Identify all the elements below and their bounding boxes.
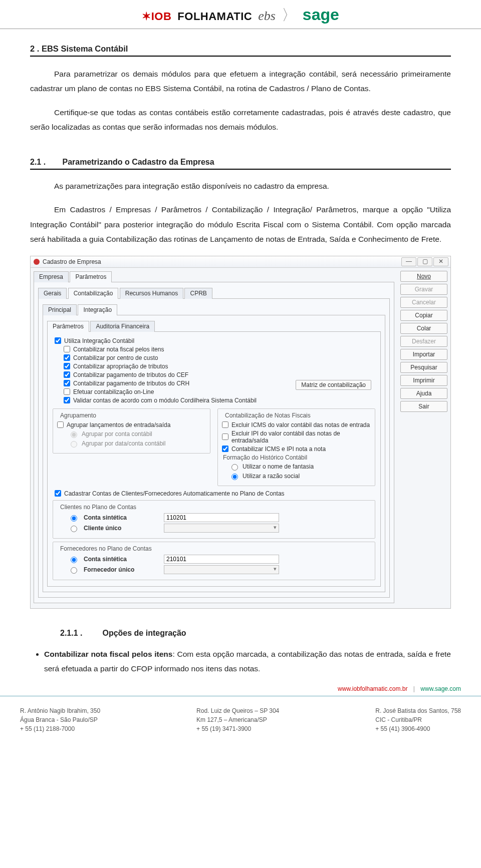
tab-gerais[interactable]: Gerais (38, 288, 67, 299)
tab-parametros-inner[interactable]: Parâmetros (47, 321, 89, 332)
chk-crh-box[interactable] (64, 380, 70, 386)
matriz-button[interactable]: Matriz de contabilização (296, 380, 371, 390)
chk-agrupar-box[interactable] (57, 421, 64, 428)
chk-cef-box[interactable] (64, 371, 70, 378)
input-for-sint[interactable] (164, 555, 279, 564)
rad-razao-box[interactable] (231, 474, 238, 480)
btn-sair[interactable]: Sair (400, 401, 447, 412)
lab-cli-unico: Cliente único (84, 525, 159, 532)
chk-nf-itens-box[interactable] (64, 346, 70, 352)
tab-contabilizacao[interactable]: Contabilização (68, 288, 119, 299)
chk-icms-ipi-nota[interactable]: Contabilizar ICMS e IPI nota a nota (222, 446, 371, 453)
chk-aprop-box[interactable] (64, 363, 70, 369)
chk-online-box[interactable] (64, 388, 70, 395)
dd-cli-unico[interactable] (164, 524, 279, 533)
panel-contabilizacao: Principal Integração Parâmetros Auditori… (38, 299, 390, 598)
btn-copiar[interactable]: Copiar (400, 310, 447, 321)
chk-excl-ipi[interactable]: Excluir IPI do valor contábil das notas … (222, 430, 371, 444)
row-cliente-unico: Cliente único (68, 524, 371, 533)
chk-agrupar-es[interactable]: Agrupar lançamentos de entrada/saída (57, 421, 206, 428)
rad-agrupar-data[interactable]: Agrupar por data/conta contábil (57, 440, 206, 448)
panel-parametros: Gerais Contabilização Recursos Humanos C… (34, 282, 394, 603)
app-window: Cadastro de Empresa — ▢ ✕ Empresa Parâme… (30, 256, 451, 609)
tabs-level-3: Principal Integração (43, 304, 385, 315)
chk-crh-label: Contabilizar pagamento de tributos do CR… (73, 380, 189, 387)
tab-auditoria[interactable]: Auditoria Financeira (90, 321, 155, 332)
rad-for-sint[interactable] (71, 557, 77, 563)
panel-param-inner: Utiliza Integração Contábil Contabilizar… (47, 332, 381, 587)
rad-for-unico[interactable] (71, 567, 77, 574)
dd-for-unico[interactable] (164, 565, 279, 574)
chk-centro-custo[interactable]: Contabilizar por centro de custo (53, 354, 375, 361)
chk-validar[interactable]: Validar contas de acordo com o módulo Co… (53, 397, 375, 404)
footer-links: www.iobfolhamatic.com.br | www.sage.com (338, 685, 461, 692)
btn-ajuda[interactable]: Ajuda (400, 388, 447, 399)
btn-cancelar[interactable]: Cancelar (400, 297, 447, 308)
chk-utiliza-integracao[interactable]: Utiliza Integração Contábil (53, 337, 375, 344)
app-main-panel: Empresa Parâmetros Gerais Contabilização… (31, 268, 397, 608)
rad-fantasia-box[interactable] (231, 464, 238, 471)
btn-colar[interactable]: Colar (400, 323, 447, 334)
input-cli-sint[interactable] (164, 513, 279, 522)
chk-aprop-trib[interactable]: Contabilizar apropriação de tributos (53, 363, 375, 370)
logo-row: ✶IOB FOLHAMATIC ebs 〉 sage (20, 5, 461, 29)
tab-cprb[interactable]: CPRB (184, 288, 212, 299)
link-sage: www.sage.com (420, 685, 461, 692)
close-button[interactable]: ✕ (433, 257, 448, 266)
section-2-heading: 2 . EBS Sistema Contábil (30, 44, 451, 57)
tabs-level-2: Gerais Contabilização Recursos Humanos C… (38, 287, 390, 299)
chk-aprop-label: Contabilizar apropriação de tributos (73, 363, 168, 370)
btn-importar[interactable]: Importar (400, 349, 447, 360)
rad-data-box[interactable] (71, 441, 77, 448)
window-buttons: — ▢ ✕ (400, 257, 448, 266)
rad-fantasia[interactable]: Utilizar o nome de fantasia (222, 463, 371, 471)
chk-excl-icms-box[interactable] (222, 421, 228, 428)
addr2-l1: Rod. Luiz de Queiros – SP 304 (196, 706, 279, 715)
btn-pesquisar[interactable]: Pesquisar (400, 362, 447, 373)
section-2-para2: Certifique-se que todas as contas contáb… (30, 105, 451, 135)
chk-excl-ipi-box[interactable] (222, 433, 228, 440)
btn-novo[interactable]: Novo (400, 271, 447, 282)
rad-cli-unico[interactable] (71, 526, 77, 532)
chk-pag-cef[interactable]: Contabilizar pagamento de tributos do CE… (53, 371, 375, 378)
rad-data-label: Agrupar por data/conta contábil (82, 440, 165, 447)
tab-empresa[interactable]: Empresa (34, 271, 69, 282)
tab-integracao[interactable]: Integração (78, 304, 117, 315)
section-2-1-heading: 2.1 . Parametrizando o Cadastro da Empre… (30, 158, 451, 170)
tab-rh[interactable]: Recursos Humanos (120, 288, 183, 299)
row-fornecedor-unico: Fornecedor único (68, 565, 371, 574)
bracket-icon: 〉 (282, 5, 297, 26)
chk-excl-icms[interactable]: Excluir ICMS do valor contábil das notas… (222, 421, 371, 428)
document-page: ✶IOB FOLHAMATIC ebs 〉 sage 2 . EBS Siste… (0, 0, 481, 740)
chk-validar-label: Validar contas de acordo com o módulo Co… (73, 397, 257, 404)
iob-logo: ✶IOB (142, 10, 171, 23)
chk-cef-label: Contabilizar pagamento de tributos do CE… (73, 371, 188, 378)
rad-agrupar-conta[interactable]: Agrupar por conta contábil (57, 430, 206, 438)
rad-conta-box[interactable] (71, 431, 77, 438)
chk-validar-box[interactable] (64, 397, 70, 403)
addr1-l1: R. Antônio Nagib Ibrahim, 350 (20, 706, 100, 715)
section-2-1-1-number: 2.1.1 . (60, 629, 100, 638)
chk-cc-box[interactable] (64, 354, 70, 361)
btn-desfazer[interactable]: Desfazer (400, 336, 447, 347)
tab-parametros[interactable]: Parâmetros (70, 271, 112, 282)
rad-razao[interactable]: Utilizar a razão social (222, 472, 371, 480)
chk-cad-auto[interactable]: Cadastrar Contas de Clientes/Fornecedore… (53, 490, 375, 497)
btn-gravar[interactable]: Gravar (400, 284, 447, 295)
tab-principal[interactable]: Principal (43, 304, 77, 315)
chk-icms-ipi-box[interactable] (222, 446, 228, 452)
section-2-1-para2: Em Cadastros / Empresas / Parâmetros / C… (30, 202, 451, 246)
chk-agrupar-label: Agrupar lançamentos de entrada/saída (67, 421, 170, 428)
lab-for-sint: Conta sintética (84, 556, 159, 563)
btn-imprimir[interactable]: Imprimir (400, 375, 447, 386)
chk-nf-itens[interactable]: Contabilizar nota fiscal pelos itens (53, 346, 375, 353)
rad-cli-sint[interactable] (71, 515, 77, 522)
chk-utiliza-box[interactable] (55, 337, 61, 344)
maximize-button[interactable]: ▢ (417, 257, 432, 266)
sub-legend-hist: Formação do Histórico Contábil (223, 454, 371, 461)
chk-cad-auto-box[interactable] (55, 490, 61, 497)
minimize-button[interactable]: — (401, 257, 416, 266)
footer-col-2: Rod. Luiz de Queiros – SP 304 Km 127,5 –… (196, 706, 279, 733)
section-2-1-1-title: Opções de integração (102, 629, 186, 637)
app-title: Cadastro de Empresa (43, 258, 101, 265)
